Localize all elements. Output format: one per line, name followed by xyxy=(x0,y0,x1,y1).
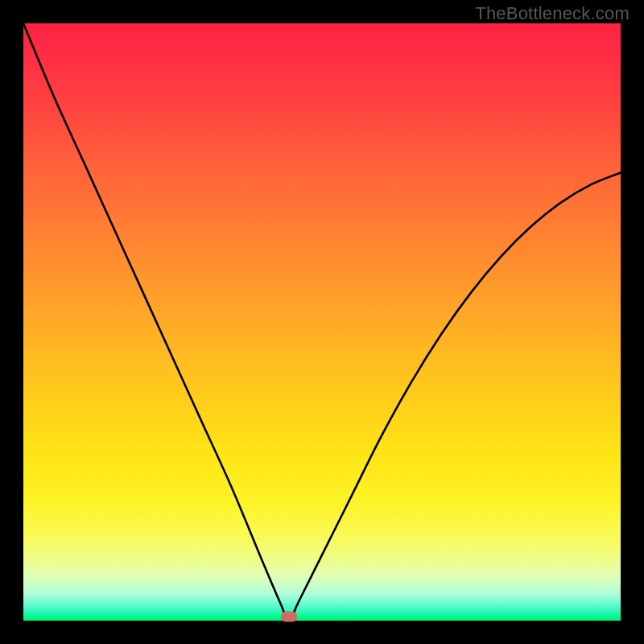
minimum-marker xyxy=(281,612,297,622)
chart-container: TheBottleneck.com xyxy=(0,0,644,644)
plot-area xyxy=(23,23,621,621)
bottleneck-curve xyxy=(23,23,621,621)
curve-svg xyxy=(23,23,621,621)
watermark-text: TheBottleneck.com xyxy=(475,3,630,24)
